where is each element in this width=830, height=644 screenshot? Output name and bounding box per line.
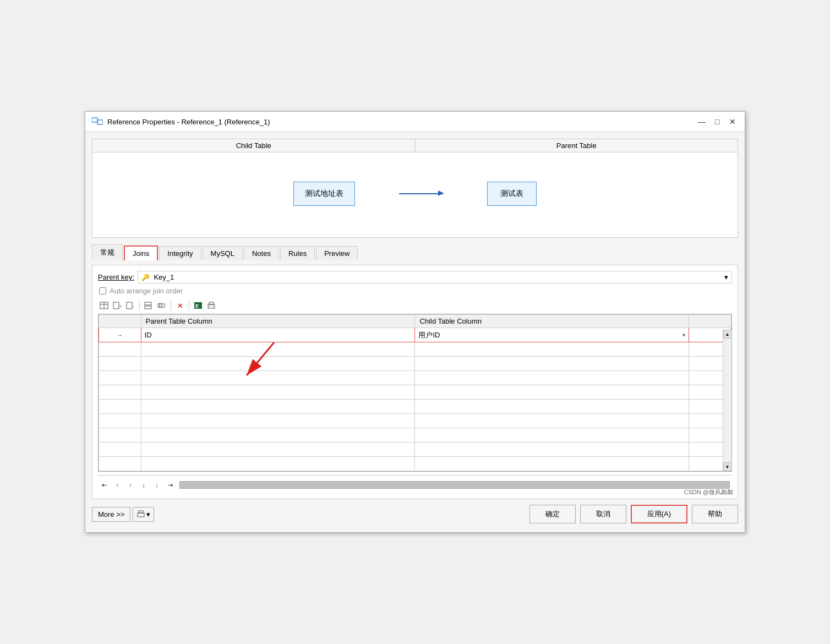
nav-prev-fast-btn[interactable]: ↑: [111, 479, 123, 491]
scroll-up-btn[interactable]: ▲: [723, 330, 732, 339]
parent-key-row: Parent key: 🔑 Key_1 ▾: [98, 271, 732, 283]
joins-table: Parent Table Column Child Table Column →…: [99, 314, 731, 471]
title-buttons: — □ ✕: [696, 116, 738, 127]
toolbar-del-row-btn[interactable]: [156, 299, 168, 312]
toolbar-x-btn[interactable]: ✕: [174, 299, 186, 312]
svg-rect-0: [92, 118, 97, 122]
table-row[interactable]: [99, 428, 731, 443]
tab-joins[interactable]: Joins: [124, 245, 158, 260]
child-col-cell[interactable]: 用户ID ▾: [415, 328, 689, 342]
tab-content: Parent key: 🔑 Key_1 ▾ Auto arrange join …: [92, 265, 738, 499]
parent-key-value: Key_1: [154, 273, 174, 281]
svg-rect-18: [209, 302, 214, 304]
tab-mysql[interactable]: MySQL: [203, 246, 243, 260]
tab-integrity[interactable]: Integrity: [159, 246, 201, 260]
child-table-box: 测试地址表: [293, 182, 355, 206]
toolbar-sep-3: [189, 301, 189, 310]
title-left: Reference Properties - Reference_1 (Refe…: [92, 117, 270, 127]
cancel-button[interactable]: 取消: [580, 505, 626, 523]
horizontal-scrollbar[interactable]: [179, 481, 730, 489]
svg-text:-: -: [132, 303, 134, 309]
minimize-button[interactable]: —: [696, 116, 707, 127]
svg-rect-19: [209, 306, 214, 308]
grid-toolbar: + - ✕ E: [98, 299, 732, 312]
col-header-extra: [689, 315, 731, 328]
more-button[interactable]: More >>: [92, 507, 130, 522]
title-bar: Reference Properties - Reference_1 (Refe…: [85, 112, 745, 132]
svg-rect-24: [138, 513, 144, 517]
toolbar-excel-btn[interactable]: E: [192, 299, 204, 312]
child-table-header: Child Table: [92, 139, 416, 152]
svg-rect-10: [145, 302, 151, 305]
key-icon: 🔑: [141, 274, 150, 281]
toolbar-print-btn[interactable]: [205, 299, 217, 312]
tab-preview[interactable]: Preview: [316, 246, 358, 260]
nav-next-btn[interactable]: ↓: [138, 479, 150, 491]
main-window: Reference Properties - Reference_1 (Refe…: [85, 111, 745, 533]
auto-arrange-row: Auto arrange join order: [99, 287, 732, 295]
window-title: Reference Properties - Reference_1 (Refe…: [107, 118, 270, 126]
maximize-button[interactable]: □: [712, 116, 723, 127]
table-row[interactable]: [99, 385, 731, 400]
diagram-tables: 测试地址表 测试表: [92, 182, 738, 206]
table-row[interactable]: [99, 357, 731, 371]
bottom-toolbar: ⇤ ↑ ↑ ↓ ↓ ⇥: [98, 475, 732, 493]
footer-print-button[interactable]: ▾: [133, 507, 154, 522]
footer-left: More >> ▾: [92, 507, 154, 522]
parent-key-label: Parent key:: [98, 273, 134, 281]
svg-text:E: E: [195, 303, 199, 309]
auto-arrange-checkbox[interactable]: [99, 287, 106, 294]
svg-rect-6: [113, 302, 119, 309]
svg-rect-11: [145, 306, 151, 309]
table-row[interactable]: [99, 371, 731, 385]
relation-arrow: [399, 193, 443, 194]
close-button[interactable]: ✕: [727, 116, 738, 127]
cell-dropdown-icon: ▾: [682, 332, 685, 338]
table-row[interactable]: → ID 用户ID ▾: [99, 328, 731, 342]
svg-rect-8: [127, 302, 132, 309]
parent-col-cell[interactable]: ID: [141, 328, 415, 342]
footer: More >> ▾ 确定 取消 应用(A) 帮助: [92, 499, 738, 526]
nav-next-fast-btn[interactable]: ↓: [151, 479, 163, 491]
table-row[interactable]: [99, 414, 731, 428]
nav-prev-btn[interactable]: ↑: [124, 479, 136, 491]
tabs-area: 常规 Joins Integrity MySQL Notes Rules Pre…: [92, 244, 738, 260]
footer-print-dropdown[interactable]: ▾: [146, 510, 150, 519]
table-row[interactable]: [99, 443, 731, 457]
toolbar-sep-2: [171, 301, 171, 310]
joins-grid: Parent Table Column Child Table Column →…: [98, 314, 732, 472]
scroll-down-btn[interactable]: ▼: [723, 462, 732, 471]
parent-table-header: Parent Table: [416, 139, 738, 152]
nav-first-btn[interactable]: ⇤: [98, 479, 110, 491]
toolbar-delete-btn[interactable]: -: [124, 299, 136, 312]
diagram-header: Child Table Parent Table: [92, 139, 738, 152]
parent-table-box: 测试表: [487, 182, 537, 206]
toolbar-grid-btn[interactable]: [98, 299, 110, 312]
vertical-scrollbar[interactable]: ▲ ▼: [723, 330, 731, 471]
help-button[interactable]: 帮助: [692, 505, 738, 523]
svg-rect-25: [139, 511, 143, 513]
toolbar-add-btn[interactable]: +: [111, 299, 123, 312]
col-header-indicator: [99, 315, 141, 328]
auto-arrange-label: Auto arrange join order: [110, 287, 183, 295]
diagram-area: Child Table Parent Table 测试地址表 测试表: [92, 139, 738, 238]
table-row[interactable]: [99, 457, 731, 471]
svg-rect-12: [158, 304, 165, 307]
watermark: CSDN @微风粼粼: [684, 488, 733, 496]
confirm-button[interactable]: 确定: [529, 505, 576, 523]
tab-rules[interactable]: Rules: [280, 246, 315, 260]
window-body: Child Table Parent Table 测试地址表 测试表 常规 Jo…: [85, 132, 745, 532]
footer-right: 确定 取消 应用(A) 帮助: [529, 505, 738, 523]
toolbar-sep-1: [139, 301, 140, 310]
table-row[interactable]: [99, 342, 731, 357]
apply-button[interactable]: 应用(A): [631, 505, 687, 523]
parent-key-select[interactable]: 🔑 Key_1 ▾: [138, 271, 732, 283]
table-row[interactable]: [99, 400, 731, 414]
tab-general[interactable]: 常规: [92, 244, 123, 260]
dropdown-chevron-icon: ▾: [724, 273, 728, 281]
nav-last-btn[interactable]: ⇥: [164, 479, 176, 491]
svg-rect-1: [97, 120, 103, 124]
tab-notes[interactable]: Notes: [244, 246, 279, 260]
toolbar-insert-row-btn[interactable]: [143, 299, 155, 312]
row-indicator: →: [99, 328, 141, 342]
